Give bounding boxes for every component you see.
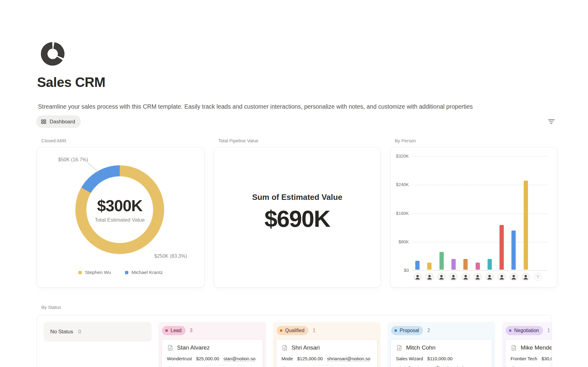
status-dot bbox=[394, 329, 397, 332]
status-pill-label: Negotiation bbox=[514, 328, 539, 333]
person-avatar[interactable] bbox=[498, 273, 506, 281]
bar[interactable] bbox=[415, 261, 420, 270]
deal-company: Wondertrust bbox=[167, 356, 192, 361]
no-status-label: No Status bbox=[50, 329, 73, 335]
deal-email[interactable]: stan@notion.so bbox=[224, 356, 255, 361]
deal-name: Stan Alvarez bbox=[177, 344, 210, 351]
page-document-icon bbox=[396, 344, 403, 351]
closed-arr-title: Closed ARR bbox=[41, 138, 205, 143]
bar[interactable] bbox=[499, 225, 504, 270]
status-pill-qualified[interactable]: Qualified bbox=[277, 326, 308, 335]
bar[interactable] bbox=[476, 263, 480, 270]
deal-value: $25,000.00 bbox=[196, 356, 219, 361]
grid-layout-icon bbox=[41, 119, 47, 125]
no-status-count: 0 bbox=[78, 329, 81, 335]
deal-card[interactable]: Shri Ansari Mode $125,000.00 shriansari@… bbox=[276, 339, 378, 367]
closed-arr-block: Closed ARR $300K Total Estimated Value $… bbox=[37, 138, 205, 287]
deal-name: Shri Ansari bbox=[292, 344, 320, 351]
contacted-tag[interactable]: Contacted today bbox=[206, 365, 245, 367]
person-avatar[interactable] bbox=[485, 273, 494, 281]
column-count: 1 bbox=[313, 328, 315, 333]
deal-card[interactable]: Stan Alvarez Wondertrust $25,000.00 stan… bbox=[161, 339, 263, 367]
bar[interactable] bbox=[511, 230, 516, 270]
deal-value: $30,000.00 bbox=[541, 356, 552, 361]
person-avatar[interactable] bbox=[449, 273, 458, 281]
person-avatar[interactable] bbox=[473, 273, 482, 281]
pipeline-block: Total Pipeline Value Sum of Estimated Va… bbox=[214, 138, 381, 287]
page-description: Streamline your sales process with this … bbox=[38, 103, 473, 110]
deal-email[interactable]: mitch@notion.so bbox=[396, 366, 430, 367]
person-avatar[interactable] bbox=[425, 273, 434, 281]
status-dot bbox=[280, 329, 282, 332]
person-avatar[interactable] bbox=[462, 273, 470, 281]
deal-company: Frontier Tech bbox=[511, 356, 537, 361]
tab-dashboard-label: Dashboard bbox=[50, 119, 75, 125]
no-status-header[interactable]: No Status 0 bbox=[44, 322, 152, 342]
y-tick-label: $320K bbox=[391, 154, 409, 159]
status-dot bbox=[165, 329, 168, 332]
tab-dashboard[interactable]: Dashboard bbox=[36, 115, 81, 128]
status-pill-negotiation[interactable]: Negotiation bbox=[506, 326, 543, 335]
deal-card[interactable]: Mitch Cohn Sales Wizard $110,000.00 mitc… bbox=[390, 339, 492, 367]
bar[interactable] bbox=[463, 259, 468, 270]
person-avatar[interactable] bbox=[510, 273, 518, 281]
status-pill-label: Qualified bbox=[285, 328, 304, 333]
page-document-icon bbox=[167, 344, 174, 351]
page-document-icon bbox=[511, 344, 517, 351]
deal-card[interactable]: Mike Mendez Frontier Tech $30,000.00 Soh… bbox=[505, 339, 552, 367]
deal-company: Mode bbox=[281, 356, 293, 361]
gridline bbox=[412, 156, 548, 157]
x-axis-line bbox=[412, 270, 548, 271]
person-avatar bbox=[435, 365, 441, 367]
status-pill-lead[interactable]: Lead bbox=[162, 326, 186, 335]
bar[interactable] bbox=[488, 259, 492, 270]
y-tick-label: $240K bbox=[391, 182, 409, 187]
pipeline-value: $690K bbox=[214, 205, 380, 232]
contacted-tag[interactable]: Contacted today bbox=[314, 365, 353, 367]
person-avatar[interactable] bbox=[413, 273, 422, 281]
legend-item[interactable]: Michael Krantz bbox=[125, 270, 163, 275]
column-count: 3 bbox=[190, 328, 193, 333]
person-avatar[interactable] bbox=[522, 273, 530, 281]
by-status-label: By Status bbox=[41, 305, 61, 310]
status-pill-proposal[interactable]: Proposal bbox=[391, 326, 423, 335]
y-tick-label: $0 bbox=[391, 268, 409, 273]
bar[interactable] bbox=[427, 263, 432, 270]
legend-item[interactable]: Stephen Wu bbox=[78, 270, 111, 275]
legend-label: Michael Krantz bbox=[131, 270, 163, 275]
filter-icon[interactable] bbox=[545, 116, 557, 127]
donut-segment-label-small: $50K (16.7%) bbox=[58, 157, 88, 163]
column-no-status: No Status 0 bbox=[44, 322, 152, 342]
column-qualified: Qualified 1 Shri Ansari Mode $125,000.00… bbox=[273, 322, 381, 367]
deal-person[interactable]: Mike Shafer bbox=[435, 365, 467, 367]
donut-legend: Stephen Wu Michael Krantz bbox=[37, 270, 204, 275]
person-avatar[interactable] bbox=[437, 273, 446, 281]
pipeline-title: Total Pipeline Value bbox=[218, 138, 381, 143]
deal-value: $125,000.00 bbox=[297, 356, 323, 361]
status-board: No Status 0 Lead 3 Stan Alvarez bbox=[37, 315, 552, 367]
bar[interactable] bbox=[451, 259, 456, 270]
page-document-icon bbox=[281, 344, 288, 351]
bar[interactable] bbox=[439, 252, 444, 270]
by-person-block: By Person $320K $240K $160K $80K $0 ? bbox=[390, 138, 557, 287]
status-pill-label: Lead bbox=[171, 328, 182, 333]
by-person-card: $320K $240K $160K $80K $0 ? bbox=[390, 147, 557, 287]
legend-label: Stephen Wu bbox=[85, 270, 111, 275]
person-name: Mike Shafer bbox=[443, 366, 467, 367]
column-count: 2 bbox=[427, 328, 430, 333]
status-pill-label: Proposal bbox=[400, 328, 419, 333]
unknown-person-avatar[interactable]: ? bbox=[534, 273, 542, 281]
legend-swatch bbox=[125, 271, 128, 274]
status-dot bbox=[509, 329, 511, 332]
y-tick-label: $160K bbox=[391, 211, 409, 216]
app-logo-donut-chart-icon bbox=[41, 42, 65, 66]
deal-company: Sales Wizard bbox=[396, 356, 423, 361]
contacted-tag[interactable]: Contacted today bbox=[549, 365, 552, 367]
deal-value: $110,000.00 bbox=[427, 356, 452, 361]
donut-chart[interactable]: $300K Total Estimated Value bbox=[75, 165, 164, 254]
deal-email[interactable]: shriansari@notion.so bbox=[327, 356, 370, 361]
bar[interactable] bbox=[524, 181, 528, 270]
column-lead: Lead 3 Stan Alvarez Wondertrust $25,000.… bbox=[158, 322, 266, 367]
closed-arr-card: $300K Total Estimated Value $50K (16.7%)… bbox=[37, 147, 205, 287]
legend-swatch bbox=[78, 271, 82, 274]
